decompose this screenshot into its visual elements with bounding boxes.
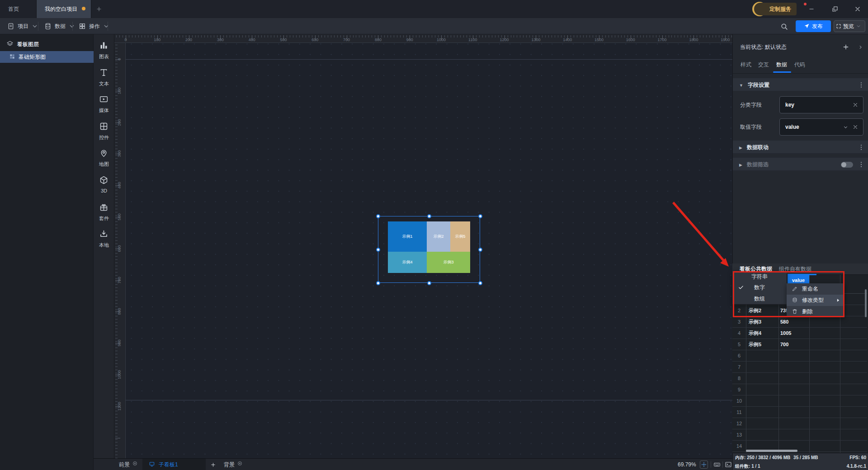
- resize-handle[interactable]: [478, 281, 482, 285]
- status-line-components: 组件数: 1 / 1 4.1.8-rc.1: [735, 462, 866, 470]
- data-filter-toggle[interactable]: [841, 162, 853, 168]
- tab-home[interactable]: 首页: [0, 0, 37, 18]
- publish-button[interactable]: 发布: [796, 20, 831, 32]
- add-background-icon[interactable]: [237, 461, 242, 466]
- ruler-label-h: 0: [119, 38, 132, 42]
- table-row[interactable]: 11: [732, 407, 867, 418]
- add-foreground-icon[interactable]: [132, 461, 137, 466]
- value-field-select[interactable]: value: [779, 118, 863, 136]
- tab-interaction[interactable]: 交互: [758, 58, 769, 71]
- tab-style[interactable]: 样式: [741, 58, 751, 71]
- resize-handle[interactable]: [376, 248, 380, 252]
- console-icon[interactable]: [724, 461, 732, 469]
- layer-item-treemap[interactable]: 基础矩形图: [0, 51, 94, 63]
- kebab-menu-icon[interactable]: [858, 144, 865, 151]
- keyboard-shortcuts-icon[interactable]: [713, 461, 721, 469]
- table-row[interactable]: 8: [732, 373, 867, 384]
- table-horizontal-scrollbar[interactable]: [746, 450, 797, 452]
- cell-key[interactable]: 示例2: [749, 305, 761, 316]
- strip-item-label: 文本: [94, 80, 114, 87]
- context-menu-item-修改类型[interactable]: 修改类型: [787, 295, 844, 306]
- resize-handle[interactable]: [478, 214, 482, 218]
- cell-value[interactable]: 1005: [780, 328, 791, 339]
- strip-item-媒体[interactable]: 媒体: [94, 94, 114, 117]
- table-row[interactable]: 4示例41005: [732, 328, 867, 339]
- strip-item-3D[interactable]: 3D: [94, 174, 114, 198]
- pin-icon: [99, 148, 108, 158]
- components-label: 组件数:: [735, 464, 750, 469]
- table-row[interactable]: 13: [732, 429, 867, 441]
- context-menu-item-重命名[interactable]: 重命名: [787, 283, 844, 295]
- cell-value[interactable]: 580: [780, 316, 788, 328]
- minimize-button[interactable]: [804, 6, 819, 12]
- cell-key[interactable]: 示例4: [749, 328, 761, 339]
- strip-item-label: 地图: [94, 161, 114, 168]
- publish-label: 发布: [812, 23, 823, 29]
- category-field-input[interactable]: key: [779, 96, 863, 113]
- maximize-button[interactable]: [827, 5, 843, 13]
- strip-item-地图[interactable]: 地图: [94, 147, 114, 171]
- menu-actions[interactable]: 操作: [74, 18, 119, 34]
- strip-item-控件[interactable]: 控件: [94, 121, 114, 144]
- ruler-label-h: 100: [151, 38, 164, 42]
- fit-to-screen-icon[interactable]: [700, 461, 708, 469]
- close-button[interactable]: [850, 5, 865, 13]
- custom-service-button[interactable]: 定制服务: [754, 3, 797, 15]
- chevron-down-icon: [103, 23, 110, 30]
- foreground-tab[interactable]: 前景: [119, 459, 130, 470]
- resize-handle[interactable]: [478, 248, 482, 252]
- strip-item-文本[interactable]: 文本: [94, 67, 114, 90]
- add-state-icon[interactable]: [842, 43, 849, 51]
- resize-handle[interactable]: [427, 214, 431, 218]
- type-menu-item-数字[interactable]: 数字: [732, 282, 787, 293]
- memory-value: 250 / 3832 / 4096 MB: [747, 455, 790, 460]
- ruler-label-v: 400: [117, 179, 123, 192]
- table-row[interactable]: 6: [732, 350, 867, 362]
- strip-item-套件[interactable]: 套件: [94, 202, 114, 225]
- resize-handle[interactable]: [376, 281, 380, 285]
- context-menu-item-删除[interactable]: 删除: [787, 306, 844, 317]
- cell-key[interactable]: 示例5: [749, 339, 761, 350]
- section-field-settings[interactable]: ▼字段设置: [733, 78, 868, 91]
- unsaved-dot: [82, 7, 85, 10]
- preview-button[interactable]: 预览: [834, 20, 865, 32]
- background-tab[interactable]: 背景: [224, 459, 235, 470]
- table-row[interactable]: 12: [732, 418, 867, 429]
- dragged-column-tag[interactable]: value: [788, 275, 809, 284]
- search-icon[interactable]: [780, 23, 788, 30]
- strip-item-本地[interactable]: 本地: [94, 228, 114, 252]
- tab-data[interactable]: 数据: [776, 58, 787, 71]
- layers-header-label: 看板图层: [17, 41, 39, 47]
- cell-key[interactable]: 示例3: [749, 316, 761, 328]
- subboard-tab[interactable]: 子看板1: [142, 459, 206, 470]
- kebab-menu-icon[interactable]: [858, 81, 865, 89]
- tab-project[interactable]: 我的空白项目: [37, 0, 91, 18]
- table-row[interactable]: 9: [732, 384, 867, 395]
- column-context-menu: 重命名修改类型删除: [787, 283, 844, 317]
- table-row[interactable]: 3示例3580: [732, 316, 867, 328]
- type-menu-item-数组[interactable]: 数组: [732, 293, 787, 304]
- chevron-right-icon[interactable]: [858, 44, 863, 50]
- type-menu-item-字符串[interactable]: 字符串: [732, 271, 787, 282]
- clear-icon[interactable]: [852, 124, 859, 130]
- clear-icon[interactable]: [852, 102, 859, 108]
- resize-handle[interactable]: [427, 281, 431, 285]
- new-tab-button[interactable]: [96, 6, 102, 12]
- resize-handle[interactable]: [376, 214, 380, 218]
- tab-code[interactable]: 代码: [794, 58, 805, 71]
- cell-value[interactable]: 700: [780, 339, 788, 350]
- section-data-filter[interactable]: ▶数据筛选: [733, 157, 868, 171]
- add-subboard-button[interactable]: [210, 462, 216, 468]
- strip-item-图表[interactable]: 图表: [94, 40, 114, 63]
- tab-data-label: 数据: [776, 61, 787, 68]
- table-row[interactable]: 10: [732, 395, 867, 407]
- ruler-label-v: 0: [117, 52, 123, 66]
- section-data-linkage[interactable]: ▶数据联动: [733, 140, 868, 154]
- table-vertical-scrollbar[interactable]: [865, 289, 867, 317]
- ruler-label-h: 1300: [529, 38, 542, 42]
- strip-item-label: 本地: [94, 242, 114, 249]
- table-row[interactable]: 7: [732, 362, 867, 373]
- table-row[interactable]: 5示例5700: [732, 339, 867, 350]
- zoom-level[interactable]: 69.79%: [678, 459, 696, 470]
- kebab-menu-icon[interactable]: [858, 161, 865, 168]
